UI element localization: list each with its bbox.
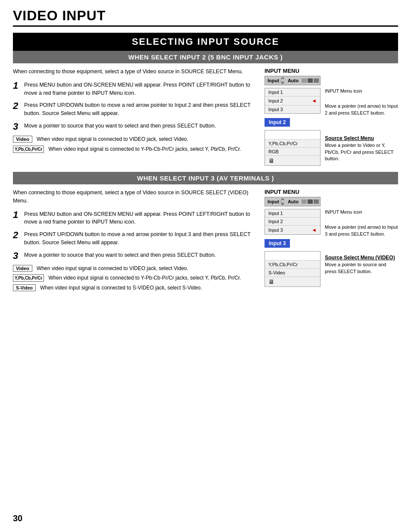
input-list-item-3: Input 3 — [265, 106, 320, 113]
arrow-icon: ◄ — [311, 132, 317, 138]
source-menu-item-ypb: Y,Pb,Cb,Pr/Cr — [265, 140, 320, 148]
video-badge-2: Video — [13, 265, 32, 272]
section1-content: When connecting to those equipment, sele… — [13, 68, 398, 166]
input-tab-wrapper-2: Input 3 — [265, 238, 321, 248]
annotation-input2-text: Move a pointer (red arrow) to Input 2 an… — [325, 103, 398, 115]
input-tab-2: Input 3 — [265, 239, 290, 248]
arrow-icon-s2: ◄ — [311, 253, 317, 259]
badge-row-ypb2: Y,Pb,Cb,Pr/Cr When video input signal is… — [13, 274, 256, 282]
input-list-1: Input 1 Input 2 ◄ Input 3 — [265, 88, 321, 114]
ypb-badge-1: Y,Pb,Cb,Pr/Cr — [13, 146, 44, 153]
auto-label: Auto — [288, 78, 299, 83]
svideo-badge: S-Video — [13, 284, 36, 291]
source-select-section: Source Select Menu Move a pointer to Vid… — [325, 135, 398, 162]
source-menu-1: Video ◄ Y,Pb,Cb,Pr/Cr RGB 🖥 — [265, 130, 321, 166]
video-badge-desc-1: When video input signal is connected to … — [37, 136, 256, 143]
source-menu-2-item-video: Video ◄ — [265, 252, 320, 261]
gear-icon: ⚙ — [281, 77, 284, 84]
section1-input-menu-label: INPUT MENU — [265, 68, 398, 74]
input-list-2-item1: Input 1 — [265, 209, 320, 218]
section1-left: When connecting to those equipment, sele… — [13, 68, 256, 166]
video-badge-1: Video — [13, 136, 32, 143]
ypb-badge-desc-1: When video input signal is connected to … — [48, 146, 256, 153]
source-select-menu-label: Source Select Menu — [325, 135, 398, 141]
step-number-2: 2 — [13, 101, 21, 111]
annotation-source-1: Move a pointer to Video or Y, Pb/Cb, Pr/… — [325, 142, 398, 162]
section2-left: When connecting to those equipment, sele… — [13, 189, 256, 294]
annotation-col-1: INPUT Menu icon Move a pointer (red arro… — [323, 76, 398, 162]
step-text-s2-1: Press MENU button and ON-SCREEN MENU wil… — [24, 210, 256, 227]
step-number-s2-1: 1 — [13, 210, 21, 220]
annotation-source-2: Move a pointer to source and press SELEC… — [325, 261, 398, 275]
arrow-icon-3: ◄ — [311, 227, 317, 233]
icons-bar — [302, 78, 319, 83]
section2-header: WHEN SELECT INPUT 3 (AV TERMINALS ) — [13, 172, 398, 184]
icons-bar-2 — [302, 199, 319, 204]
ypb-badge-2: Y,Pb,Cb,Pr/Cr — [13, 274, 44, 282]
badge-row-ypb1: Y,Pb,Cb,Pr/Cr When video input signal is… — [13, 146, 256, 153]
annotation-input3-text: Move a pointer (red arrow) to Input 3 an… — [325, 224, 398, 236]
step-item: 2 Press POINT UP/DOWN button to move a r… — [13, 101, 256, 118]
step-text-1: Press MENU button and ON-SCREEN MENU wil… — [24, 81, 256, 97]
step-text-3: Move a pointer to source that you want t… — [24, 122, 216, 130]
page-title: VIDEO INPUT — [13, 8, 106, 24]
input-tab-wrapper: Input 2 — [265, 117, 321, 127]
diagram-menus-2: Input ⚙ Auto Input 1 — [265, 197, 321, 287]
badge-row-svideo: S-Video When video input signal is conne… — [13, 284, 256, 292]
source-select-menu-label-2: Source Select Menu (VIDEO) — [325, 255, 398, 261]
input-list-item-2: Input 2 ◄ — [265, 96, 320, 106]
source-menu-2: Video ◄ Y,Pb,Cb,Pr/Cr S-Video 🖥 — [265, 251, 321, 287]
annotation-input3: Move a pointer (red arrow) to Input 3 an… — [325, 224, 398, 237]
main-section-title: SELECTING INPUT SOURCE — [13, 33, 398, 51]
input-list-2-item2: Input 2 — [265, 218, 320, 226]
diagram-menus-1: Input ⚙ Auto Input 1 — [265, 76, 321, 166]
annotation-col-2: INPUT Menu icon Move a pointer (red arro… — [323, 197, 398, 275]
source-menu-2-item-svideo: S-Video — [265, 269, 320, 277]
arrow-icon: ◄ — [311, 98, 317, 104]
section1-right: INPUT MENU Input ⚙ Auto — [265, 68, 398, 166]
input-menu-icon-label-2: INPUT Menu icon — [325, 209, 362, 215]
step-item: 2 Press POINT UP/DOWN button to move a r… — [13, 230, 256, 247]
video-badge-desc-2: When video input signal is connected to … — [37, 265, 256, 272]
input-tab-1: Input 2 — [265, 118, 290, 127]
section1-steps: 1 Press MENU button and ON-SCREEN MENU w… — [13, 81, 256, 131]
section1-header: WHEN SELECT INPUT 2 (5 BNC INPUT JACKS ) — [13, 51, 398, 63]
badge-row-video1: Video When video input signal is connect… — [13, 136, 256, 143]
step-text-s2-3: Move a pointer to source that you want t… — [24, 251, 216, 259]
step-number-1: 1 — [13, 81, 21, 90]
section2-diagram: Input ⚙ Auto Input 1 — [265, 197, 398, 287]
svideo-badge-desc: When video input signal is connected to … — [40, 284, 256, 292]
step-text-s2-2: Press POINT UP/DOWN button to move a red… — [24, 230, 256, 247]
input-list-2: Input 1 Input 2 Input 3 ◄ — [265, 209, 321, 235]
badge-row-video2: Video When video input signal is connect… — [13, 265, 256, 272]
menu-input-label: Input — [268, 78, 279, 83]
menu-header-2: Input ⚙ Auto — [265, 197, 321, 206]
step-item: 3 Move a pointer to source that you want… — [13, 122, 256, 131]
page-header: VIDEO INPUT — [13, 8, 398, 27]
step-item: 3 Move a pointer to source that you want… — [13, 251, 256, 261]
page-number: 30 — [13, 513, 22, 523]
step-number-s2-2: 2 — [13, 230, 21, 240]
menu-input-label-2: Input — [268, 199, 279, 204]
section2-intro: When connecting to those equipment, sele… — [13, 189, 256, 205]
input-menu-icon-label: INPUT Menu icon — [325, 88, 362, 93]
step-number-3: 3 — [13, 122, 21, 131]
annotation-menu-icon-2: INPUT Menu icon — [325, 209, 398, 215]
gear-icon-2: ⚙ — [281, 198, 284, 205]
source-menu-2-item-icon: 🖥 — [265, 277, 320, 286]
annotation-menu-icon-1: INPUT Menu icon — [325, 88, 398, 94]
section2-right: INPUT MENU Input ⚙ Auto — [265, 189, 398, 294]
input-list-item: Input 1 — [265, 88, 320, 96]
step-item: 1 Press MENU button and ON-SCREEN MENU w… — [13, 81, 256, 97]
source-menu-item-video: Video ◄ — [265, 131, 320, 140]
section1: WHEN SELECT INPUT 2 (5 BNC INPUT JACKS )… — [13, 51, 398, 166]
page-container: VIDEO INPUT SELECTING INPUT SOURCE WHEN … — [0, 0, 411, 532]
source-menu-item-icon: 🖥 — [265, 156, 320, 165]
section2-content: When connecting to those equipment, sele… — [13, 189, 398, 294]
ypb-badge-desc-2: When video input signal is connected to … — [48, 274, 256, 282]
menu-header-1: Input ⚙ Auto — [265, 76, 321, 85]
section2-input-menu-label: INPUT MENU — [265, 189, 398, 195]
section2-steps: 1 Press MENU button and ON-SCREEN MENU w… — [13, 210, 256, 261]
source-menu-item-rgb: RGB — [265, 148, 320, 156]
source-select-section-2: Source Select Menu (VIDEO) Move a pointe… — [325, 255, 398, 275]
